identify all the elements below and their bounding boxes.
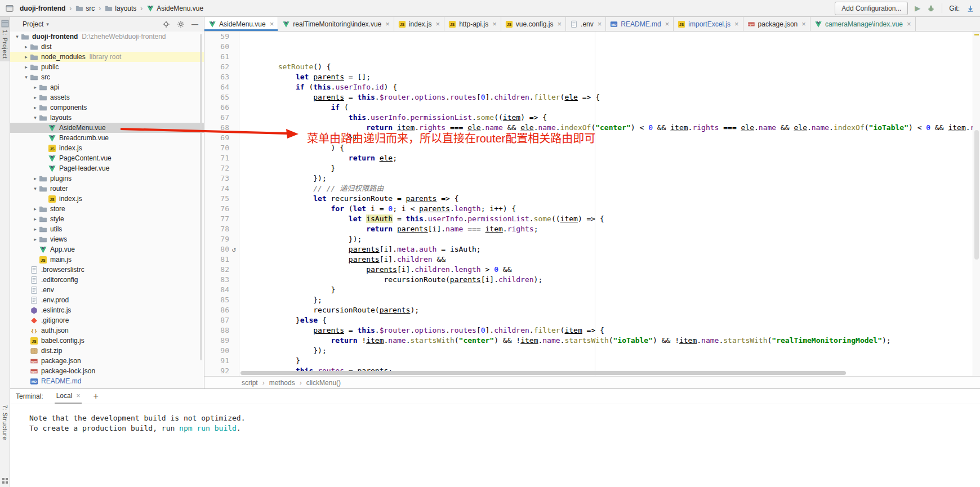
gutter-line[interactable]: 75 [204, 194, 239, 204]
gutter-line[interactable]: 82 [204, 265, 239, 275]
gutter-line[interactable]: 76 [204, 204, 239, 214]
gutter-line[interactable]: 90 [204, 346, 239, 356]
chevron-collapsed-icon[interactable]: ▸ [32, 84, 39, 90]
chevron-collapsed-icon[interactable]: ▸ [23, 54, 30, 60]
code-line[interactable]: parents[i].children && [243, 254, 980, 265]
gutter-line[interactable]: 78 [204, 224, 239, 234]
code-line[interactable]: return parents[i].name === item.rights; [243, 224, 980, 234]
chevron-collapsed-icon[interactable]: ▸ [32, 216, 39, 222]
gutter-line[interactable]: 63 [204, 72, 239, 82]
gutter-line[interactable]: 61 [204, 52, 239, 62]
tree-item-.env[interactable]: .env [10, 285, 204, 295]
line-number[interactable]: 73 [212, 173, 229, 184]
code-line[interactable]: let recursionRoute = parents => { [243, 194, 980, 204]
code-line[interactable]: }) [243, 133, 980, 143]
project-panel-title[interactable]: Project [23, 20, 43, 28]
line-number[interactable]: 65 [212, 92, 229, 102]
line-number[interactable]: 64 [212, 82, 229, 92]
tab-README.md[interactable]: MDREADME.md× [606, 17, 674, 31]
hide-panel-icon[interactable]: — [191, 20, 199, 28]
line-number[interactable]: 61 [212, 52, 229, 62]
close-icon[interactable]: × [907, 20, 911, 28]
line-number[interactable]: 66 [212, 102, 229, 113]
tree-item-AsideMenu.vue[interactable]: AsideMenu.vue [10, 123, 204, 133]
tree-item-layouts[interactable]: ▾layouts [10, 113, 204, 123]
close-icon[interactable]: × [436, 20, 440, 28]
horizontal-scrollbar[interactable] [240, 371, 846, 375]
close-icon[interactable]: × [385, 20, 390, 28]
code-line[interactable]: let isAuth = this.userInfo.permissionLis… [243, 214, 980, 224]
code-line[interactable]: ) { [243, 143, 980, 153]
code-line[interactable]: parents[i].children.length > 0 && [243, 265, 980, 275]
line-number[interactable]: 76 [212, 204, 229, 214]
tree-item-.browserslistrc[interactable]: .browserslistrc [10, 265, 204, 275]
gutter-line[interactable]: 68 [204, 123, 239, 133]
code-line[interactable]: setRoute() { [243, 62, 980, 72]
tree-item-utils[interactable]: ▸utils [10, 224, 204, 234]
tab-importExcel.js[interactable]: JSimportExcel.js× [674, 17, 743, 31]
tree-item-main.js[interactable]: JSmain.js [10, 254, 204, 265]
line-number[interactable]: 72 [212, 163, 229, 173]
gutter-line[interactable]: 87 [204, 315, 239, 325]
gutter-line[interactable]: 77 [204, 214, 239, 224]
code-line[interactable]: let parents = []; [243, 72, 980, 82]
line-number[interactable]: 91 [212, 356, 229, 366]
close-icon[interactable]: × [665, 20, 670, 28]
tab-vue.config.js[interactable]: JSvue.config.js× [501, 17, 566, 31]
breadcrumb-item[interactable]: AsideMenu.vue [145, 3, 205, 14]
line-number[interactable]: 75 [212, 194, 229, 204]
tree-item-public[interactable]: ▸public [10, 62, 204, 72]
tree-item-Breadcrumb.vue[interactable]: Breadcrumb.vue [10, 133, 204, 143]
tree-item-src[interactable]: ▾src [10, 72, 204, 82]
gutter-line[interactable]: 59 [204, 32, 239, 42]
line-number[interactable]: 85 [212, 295, 229, 305]
gutter-line[interactable]: 73 [204, 173, 239, 184]
line-number[interactable]: 59 [212, 32, 229, 42]
line-number[interactable]: 63 [212, 72, 229, 82]
gutter-line[interactable]: 92 [204, 366, 239, 376]
line-number[interactable]: 83 [212, 275, 229, 285]
gutter-line[interactable]: 70 [204, 143, 239, 153]
tree-item-api[interactable]: ▸api [10, 82, 204, 92]
line-number[interactable]: 71 [212, 153, 229, 163]
debug-icon[interactable] [927, 5, 935, 12]
chevron-expanded-icon[interactable]: ▾ [23, 74, 30, 80]
gutter-line[interactable]: 80↺ [204, 244, 239, 254]
chevron-expanded-icon[interactable]: ▾ [32, 115, 39, 120]
code-line[interactable]: recursionRoute(parents); [243, 305, 980, 315]
line-number[interactable]: 82 [212, 265, 229, 275]
close-icon[interactable]: × [76, 392, 80, 400]
close-icon[interactable]: × [270, 20, 274, 28]
code-line[interactable]: if (this.userInfo.id) { [243, 82, 980, 92]
tree-item-router[interactable]: ▾router [10, 184, 204, 194]
close-icon[interactable]: × [801, 20, 806, 28]
tree-item-auth.json[interactable]: {}auth.json [10, 325, 204, 336]
code-line[interactable]: }else { [243, 315, 980, 325]
vertical-scrollbar[interactable] [973, 32, 980, 376]
gutter-line[interactable]: 84 [204, 285, 239, 295]
tab-AsideMenu.vue[interactable]: AsideMenu.vue× [204, 17, 278, 31]
code-line[interactable]: }); [243, 173, 980, 184]
code-editor[interactable]: 5960616263646566676869707172737475767778… [204, 32, 980, 376]
add-configuration-button[interactable]: Add Configuration... [835, 2, 908, 15]
close-icon[interactable]: × [557, 20, 562, 28]
code-line[interactable]: if ( [243, 102, 980, 113]
line-number[interactable]: 70 [212, 143, 229, 153]
tree-item-index.js[interactable]: JSindex.js [10, 194, 204, 204]
tree-item-PageHeader.vue[interactable]: PageHeader.vue [10, 163, 204, 173]
tree-item-duoji-frontend[interactable]: ▾duoji-frontendD:\zheheWeb\duoji-fronten… [10, 32, 204, 42]
code-line[interactable]: parents = this.$router.options.routes[0]… [243, 325, 980, 336]
tree-item-assets[interactable]: ▸assets [10, 92, 204, 102]
breadcrumb-item[interactable]: methods [269, 379, 295, 387]
tree-item-.env.prod[interactable]: .env.prod [10, 295, 204, 305]
close-icon[interactable]: × [492, 20, 497, 28]
gutter-line[interactable]: 79 [204, 234, 239, 244]
code-line[interactable]: return ele; [243, 153, 980, 163]
tree-item-README.md[interactable]: MDREADME.md [10, 376, 204, 386]
tree-item-style[interactable]: ▸style [10, 214, 204, 224]
line-number[interactable]: 69 [212, 133, 229, 143]
code-line[interactable]: parents = this.$router.options.routes[0]… [243, 92, 980, 102]
code-line[interactable]: } [243, 285, 980, 295]
line-number[interactable]: 84 [212, 285, 229, 295]
tab-realTimeMonitoring\index.vue[interactable]: realTimeMonitoring\index.vue× [278, 17, 394, 31]
